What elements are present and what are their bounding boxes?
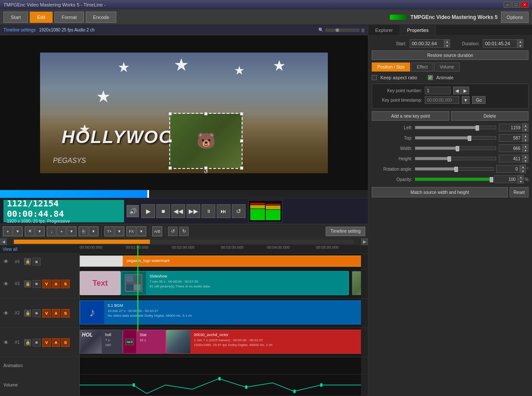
track-1-a-btn[interactable]: A bbox=[52, 338, 60, 347]
fx-options[interactable]: ▼ bbox=[137, 227, 146, 236]
scroll-track[interactable] bbox=[14, 240, 354, 244]
opacity-spin-down[interactable]: ▼ bbox=[518, 179, 524, 184]
track-1-s-btn[interactable]: S bbox=[61, 338, 70, 347]
track-1-v-btn[interactable]: V bbox=[42, 338, 51, 347]
track-2-eye[interactable]: 👁 bbox=[2, 309, 10, 318]
keypoint-prev[interactable]: ◀ bbox=[453, 87, 461, 94]
start-input[interactable] bbox=[410, 39, 444, 48]
rotation-handle[interactable]: ↺ bbox=[204, 169, 208, 173]
clip-star[interactable]: A▸B Star 35 s bbox=[123, 330, 166, 354]
restore-button[interactable]: Restore source duration bbox=[372, 50, 529, 60]
remove-options[interactable]: ▼ bbox=[35, 227, 44, 236]
pause-button[interactable]: ⏸ bbox=[202, 204, 215, 218]
zoom-slider[interactable] bbox=[325, 28, 360, 32]
move-up[interactable]: + bbox=[57, 227, 66, 236]
width-slider-track[interactable] bbox=[415, 147, 496, 150]
track-2-v-btn[interactable]: V bbox=[42, 309, 51, 318]
options-button[interactable]: Options bbox=[501, 12, 529, 23]
timeline-setting-button[interactable]: Timeline setting bbox=[326, 227, 365, 236]
track-3-preview[interactable]: ▣ bbox=[33, 280, 40, 288]
track-3-s-btn[interactable]: S bbox=[61, 280, 70, 288]
encode-button[interactable]: Encode bbox=[86, 12, 116, 23]
track-3-v-btn[interactable]: V bbox=[42, 280, 51, 288]
play-button[interactable]: ▶ bbox=[141, 204, 155, 218]
sel-handle-tl[interactable] bbox=[168, 112, 172, 115]
height-slider-track[interactable] bbox=[415, 157, 496, 160]
start-spin-up[interactable]: ▲ bbox=[444, 39, 450, 44]
keep-aspect-checkbox[interactable] bbox=[372, 75, 377, 80]
track-2-a-btn[interactable]: A bbox=[52, 309, 60, 318]
duration-input[interactable] bbox=[483, 39, 517, 48]
left-spin-down[interactable]: ▼ bbox=[523, 128, 529, 132]
copy-btn[interactable]: ⎘ bbox=[79, 227, 88, 236]
progress-bar[interactable] bbox=[0, 190, 368, 198]
height-spin-up[interactable]: ▲ bbox=[523, 154, 529, 159]
keypoint-ts-down[interactable]: ▼ bbox=[462, 96, 470, 104]
track-1-eye[interactable]: 👁 bbox=[2, 338, 10, 347]
format-button[interactable]: Format bbox=[54, 12, 84, 23]
delete-keypoint-button[interactable]: Delete bbox=[451, 111, 529, 121]
keypoint-next[interactable]: ▶ bbox=[461, 87, 469, 94]
move-down[interactable]: ↓ bbox=[47, 227, 56, 236]
top-spin-down[interactable]: ▼ bbox=[523, 138, 529, 142]
sel-handle-ml[interactable] bbox=[168, 139, 172, 143]
keypoint-num-input[interactable] bbox=[425, 87, 451, 94]
track-4-eye[interactable]: 👁 bbox=[2, 257, 10, 266]
height-slider-thumb[interactable] bbox=[448, 156, 451, 162]
properties-tab[interactable]: Properties bbox=[400, 25, 436, 35]
move-options2[interactable]: ▼ bbox=[67, 227, 76, 236]
track-1-lock[interactable]: 🔒 bbox=[24, 339, 31, 346]
opacity-slider-track[interactable] bbox=[415, 178, 492, 181]
track-3-a-btn[interactable]: A bbox=[52, 280, 60, 288]
track-2-preview[interactable]: ▣ bbox=[33, 309, 40, 317]
track-4-preview[interactable]: ▣ bbox=[33, 258, 40, 265]
opacity-slider-thumb[interactable] bbox=[490, 177, 493, 182]
track-2-lock[interactable]: 🔒 bbox=[24, 310, 31, 317]
maximize-button[interactable]: □ bbox=[512, 2, 520, 8]
remove-track[interactable]: ✕ bbox=[25, 227, 34, 236]
text-options[interactable]: ▼ bbox=[115, 227, 124, 236]
track-3-lock[interactable]: 🔒 bbox=[24, 281, 31, 287]
sel-handle-tr[interactable] bbox=[240, 112, 243, 115]
scroll-right-btn[interactable]: ▶ bbox=[361, 238, 368, 245]
duration-spin-up[interactable]: ▲ bbox=[517, 39, 523, 44]
ab-btn[interactable]: A/B bbox=[152, 227, 162, 236]
match-source-button[interactable]: Match source width and height bbox=[372, 187, 508, 197]
track-2-s-btn[interactable]: S bbox=[61, 309, 70, 318]
loop-button[interactable]: ↺ bbox=[232, 204, 246, 218]
clip-washington[interactable]: washingtonmonument 5 s (178 frames) : 00… bbox=[352, 271, 361, 295]
clip-pegasys-logo[interactable]: pegasys_logo watermark bbox=[123, 256, 361, 267]
clip-bgm[interactable]: ♪ 5.1 BGM 10 min 27 s : 00:00:00 - 00:10… bbox=[80, 300, 361, 324]
start-button[interactable]: Start bbox=[3, 12, 28, 23]
undo-btn[interactable]: ↺ bbox=[168, 227, 177, 236]
left-slider-track[interactable] bbox=[415, 126, 496, 129]
opacity-value-input[interactable] bbox=[494, 175, 518, 183]
add-track-options[interactable]: ▼ bbox=[13, 227, 22, 236]
selection-box[interactable]: 🐻 ↺ bbox=[169, 113, 243, 169]
top-value-input[interactable] bbox=[499, 134, 523, 142]
track-4-lock[interactable]: 🔒 bbox=[24, 258, 31, 265]
text-btn[interactable]: T+ bbox=[105, 227, 114, 236]
top-slider-thumb[interactable] bbox=[468, 136, 471, 141]
view-all-button[interactable]: View all bbox=[3, 247, 17, 252]
keypoint-ts-input[interactable] bbox=[425, 96, 459, 104]
copy-options[interactable]: ▼ bbox=[89, 227, 98, 236]
top-slider-track[interactable] bbox=[415, 136, 496, 140]
edit-button[interactable]: Edit bbox=[30, 12, 53, 23]
sel-handle-mr[interactable] bbox=[240, 139, 243, 143]
sel-handle-bl[interactable] bbox=[168, 166, 172, 170]
left-slider-thumb[interactable] bbox=[476, 125, 479, 131]
add-video-track[interactable]: + bbox=[3, 227, 12, 236]
clip-text[interactable]: Text bbox=[80, 271, 121, 295]
fastforward-button[interactable]: ▶▶ bbox=[187, 204, 200, 218]
clip-slideshow[interactable]: Slideshow 7 min 35 s : 00:00:00 - 00:07:… bbox=[121, 271, 349, 295]
left-value-input[interactable] bbox=[499, 124, 523, 131]
clip-holl[interactable]: HOL holl 7 s 192 bbox=[80, 330, 123, 354]
width-value-input[interactable] bbox=[499, 144, 523, 152]
scroll-left-btn[interactable]: ◀ bbox=[0, 238, 7, 245]
sel-handle-br[interactable] bbox=[240, 166, 243, 170]
explorer-tab[interactable]: Explorer bbox=[368, 25, 400, 35]
stop-button[interactable]: ■ bbox=[156, 204, 170, 218]
rotation-spin-up[interactable]: ▲ bbox=[520, 165, 526, 169]
step-forward-button[interactable]: ⏭ bbox=[217, 204, 230, 218]
